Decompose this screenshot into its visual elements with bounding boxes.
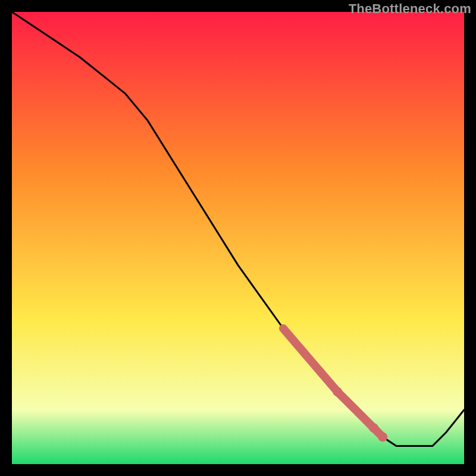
watermark-text: TheBottleneck.com [349, 1, 471, 17]
gradient-background [12, 12, 464, 464]
chart-svg [12, 12, 464, 464]
highlight-dot [333, 387, 342, 396]
highlight-dot [378, 432, 387, 441]
highlight-dot [369, 423, 378, 433]
plot-area [12, 12, 464, 464]
chart-container: TheBottleneck.com [0, 0, 476, 476]
